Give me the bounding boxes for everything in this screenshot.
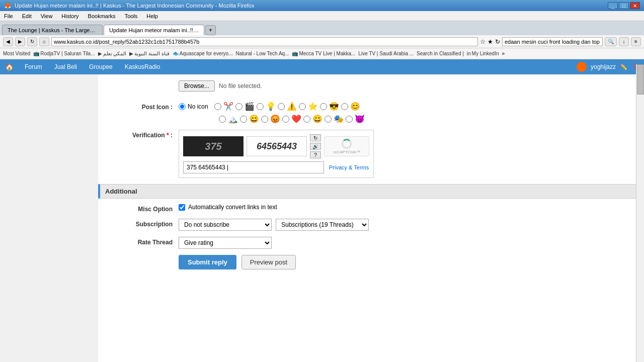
captcha-controls: ↻ 🔊 ?	[310, 134, 321, 158]
menu-bookmarks[interactable]: Bookmarks	[86, 13, 118, 20]
bookmark-linkedin[interactable]: in My LinkedIn	[467, 51, 499, 56]
bookmark-aquascape[interactable]: 🐟 Aquascape for everyo...	[173, 51, 233, 56]
reload-button[interactable]: ↻	[27, 37, 37, 46]
icon-warning: ⚠️	[287, 102, 297, 111]
bookmark-sunnah[interactable]: ▶ قناة السنة النبوية	[129, 51, 170, 56]
captcha-image-2: 64565443	[247, 136, 307, 156]
icon-radio-3[interactable]	[257, 103, 264, 110]
tab-lounge[interactable]: The Lounge | Kaskus - The Largest Indon.…	[2, 25, 103, 35]
edit-icon[interactable]: ✏️	[620, 63, 627, 70]
recaptcha-spinner	[342, 139, 352, 149]
download-icon[interactable]: ↓	[619, 37, 629, 46]
nav-radio[interactable]: KaskusRadio	[119, 59, 167, 74]
auto-convert-checkbox[interactable]	[179, 204, 185, 211]
icon-radio-11[interactable]	[282, 116, 289, 123]
bookmarks-more[interactable]: »	[502, 51, 505, 56]
user-avatar[interactable]	[577, 62, 587, 72]
subscription-label: Subscription	[103, 221, 179, 228]
minimize-button[interactable]: _	[608, 2, 618, 9]
icon-radio-13[interactable]	[325, 116, 332, 123]
menu-help[interactable]: Help	[144, 13, 160, 20]
nav-jualbeli[interactable]: Jual Beli	[48, 59, 83, 74]
nav-groupee[interactable]: Groupee	[83, 59, 119, 74]
home-button[interactable]: ⌂	[39, 37, 49, 46]
bookmark-classified[interactable]: Search in Classified |	[417, 51, 464, 56]
icon-star: ⭐	[308, 102, 318, 111]
subscription-dropdown[interactable]: Do not subscribe Subscribe Unsubscribe	[179, 219, 272, 231]
maximize-button[interactable]: □	[619, 2, 629, 9]
tab-kaskus[interactable]: Update Hujan meteor malam ini..!! | Kask…	[104, 25, 204, 35]
star-icon[interactable]: ☆	[480, 38, 486, 45]
post-icon-area: No icon ✂️ 🎬 💡 ⚠️ ⭐ 😎	[179, 102, 639, 124]
rate-thread-label: Rate Thread	[103, 239, 179, 246]
captcha-refresh[interactable]: ↻	[310, 134, 321, 141]
bookmark-most-visited[interactable]: Most Visited	[3, 51, 30, 56]
menu-file[interactable]: File	[2, 13, 15, 20]
search-button[interactable]: 🔍	[605, 37, 617, 46]
captcha-input[interactable]	[183, 161, 324, 173]
captcha-audio[interactable]: 🔊	[310, 143, 321, 150]
search-input[interactable]	[502, 37, 603, 46]
subscription-count-dropdown[interactable]: Subscriptions (19 Threads)	[276, 219, 369, 231]
captcha-info[interactable]: ?	[310, 151, 321, 158]
scrollbar-thumb[interactable]	[637, 74, 644, 95]
icon-radio-6[interactable]	[320, 103, 327, 110]
icon-radio-1[interactable]	[214, 103, 221, 110]
bookmark-almaki[interactable]: ▶ المكي تعلم	[98, 51, 127, 56]
icon-radio-5[interactable]	[299, 103, 306, 110]
icon-radio-none[interactable]	[179, 103, 186, 110]
additional-header: Additional	[98, 184, 644, 199]
icon-none-label: No icon	[188, 103, 208, 110]
submit-button[interactable]: Submit reply	[179, 255, 236, 269]
bookmark-rodjatv[interactable]: 📺 RodjaTV | Saluran Tila...	[33, 51, 95, 56]
bookmarks-bar: Most Visited 📺 RodjaTV | Saluran Tila...…	[0, 48, 644, 59]
auto-convert-label: Automatically convert links in text	[179, 204, 639, 211]
rate-thread-row: Rate Thread Give rating 1 star 2 stars 3…	[98, 237, 644, 249]
icon-angry: 😡	[270, 114, 280, 124]
menu-history[interactable]: History	[59, 13, 80, 20]
icon-radio-12[interactable]	[303, 116, 310, 123]
verification-area: 375 64565443 ↻ 🔊 ?	[179, 130, 639, 178]
icon-radio-9[interactable]	[240, 116, 247, 123]
window-title: Update Hujan meteor malam ini..!! | Kask…	[15, 3, 254, 9]
preview-button[interactable]: Preview post	[242, 255, 296, 269]
address-input[interactable]	[51, 37, 478, 46]
back-button[interactable]: ◀	[3, 37, 13, 46]
sidebar-toggle[interactable]: ≡	[631, 37, 641, 46]
auto-convert-text: Automatically convert links in text	[188, 204, 277, 211]
post-icon-row: Post Icon : No icon ✂️ 🎬 💡 ⚠️	[98, 102, 644, 124]
icon-radio-8[interactable]	[219, 116, 226, 123]
additional-section: Additional Misc Option Automatically con…	[98, 184, 644, 269]
icon-devil: 😈	[355, 114, 365, 124]
verification-label: Verification * :	[103, 132, 179, 139]
bookmark-mecca[interactable]: 📺 Mecca TV Live | Makka...	[292, 51, 355, 56]
bookmark-icon[interactable]: ★	[488, 38, 493, 45]
icon-heart: ❤️	[291, 114, 301, 124]
icon-radio-4[interactable]	[278, 103, 285, 110]
kaskus-navbar: 🏠 Forum Jual Beli Groupee KaskusRadio yo…	[0, 59, 644, 74]
bookmark-livetv[interactable]: Live TV | Saudi Arabia ...	[358, 51, 414, 56]
forward-button[interactable]: ▶	[15, 37, 25, 46]
menu-tools[interactable]: Tools	[123, 13, 140, 20]
nav-forum[interactable]: Forum	[19, 59, 48, 74]
rate-dropdown[interactable]: Give rating 1 star 2 stars 3 stars 4 sta…	[179, 237, 272, 249]
browse-button[interactable]: Browse...	[179, 80, 215, 92]
new-tab-button[interactable]: +	[205, 25, 216, 35]
privacy-link[interactable]: Privacy & Terms	[329, 164, 369, 170]
close-button[interactable]: ✕	[630, 2, 640, 9]
tabbar: The Lounge | Kaskus - The Largest Indon.…	[0, 21, 644, 35]
icon-radio-2[interactable]	[235, 103, 243, 110]
bookmark-natural[interactable]: Natural - Low Tech Aq...	[235, 51, 289, 56]
scrollbar[interactable]	[636, 74, 644, 362]
icon-radio-14[interactable]	[346, 116, 353, 123]
refresh-icon[interactable]: ↻	[495, 38, 500, 45]
addressbar: ◀ ▶ ↻ ⌂ ☆ ★ ↻ 🔍 ↓ ≡	[0, 35, 644, 48]
post-icon-label: Post Icon :	[103, 104, 179, 111]
rate-thread-area: Give rating 1 star 2 stars 3 stars 4 sta…	[179, 237, 639, 249]
menu-edit[interactable]: Edit	[20, 13, 34, 20]
icon-row-2: 🏔️ 😄 😡 ❤️ 😀 🎭 😈	[219, 114, 639, 124]
icon-radio-10[interactable]	[261, 116, 268, 123]
menu-view[interactable]: View	[39, 13, 55, 20]
icon-film: 🎬	[245, 102, 255, 111]
icon-radio-7[interactable]	[341, 103, 348, 110]
